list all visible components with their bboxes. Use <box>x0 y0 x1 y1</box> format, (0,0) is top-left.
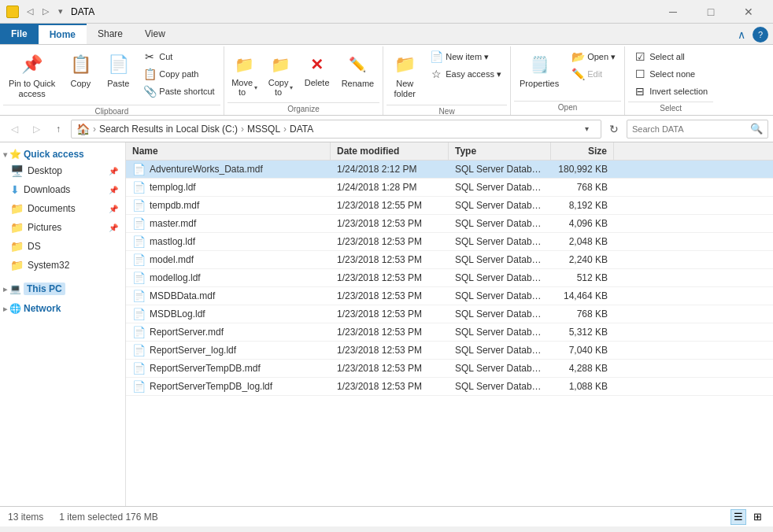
file-icon: 📄 <box>132 181 146 194</box>
col-header-size[interactable]: Size <box>551 142 614 160</box>
refresh-button[interactable]: ↻ <box>605 120 623 139</box>
status-bar: 13 items 1 item selected 176 MB ☰ ⊞ <box>0 506 773 526</box>
address-dropdown-btn[interactable]: ▾ <box>577 120 596 139</box>
nav-back-title[interactable]: ◁ <box>24 5 36 18</box>
file-row[interactable]: 📄 templog.ldf 1/24/2018 1:28 PM SQL Serv… <box>126 179 773 197</box>
file-size: 4,288 KB <box>551 360 614 376</box>
file-date: 1/23/2018 12:53 PM <box>331 379 449 394</box>
desktop-folder-icon: 🖥️ <box>10 164 24 177</box>
copy-path-button[interactable]: 📋 Copy path <box>138 65 220 83</box>
easy-access-button[interactable]: ☆ Easy access ▾ <box>424 65 507 83</box>
file-name: ReportServer.mdf <box>150 327 224 338</box>
tab-home[interactable]: Home <box>39 24 87 44</box>
file-row[interactable]: 📄 ReportServerTempDB.mdf 1/23/2018 12:53… <box>126 360 773 378</box>
properties-button[interactable]: 🗒️ Properties <box>514 48 564 93</box>
path-data[interactable]: DATA <box>290 124 313 135</box>
sidebar-quick-access[interactable]: ▾ ⭐ Quick access <box>0 146 125 161</box>
sidebar-item-downloads[interactable]: ⬇ Downloads 📌 <box>0 180 125 199</box>
forward-button[interactable]: ▷ <box>27 120 46 139</box>
pictures-pin-icon: 📌 <box>109 224 118 232</box>
copy-button-large[interactable]: 📋 Copy <box>62 48 98 93</box>
nav-down-title[interactable]: ▾ <box>55 5 66 18</box>
this-pc-expand-icon: ▸ <box>3 285 7 294</box>
pin-icon: 📌 <box>20 52 45 77</box>
file-size: 768 KB <box>551 306 614 322</box>
up-button[interactable]: ↑ <box>49 120 68 139</box>
file-size: 14,464 KB <box>551 288 614 304</box>
select-none-icon: ☐ <box>634 68 646 80</box>
search-input[interactable] <box>632 124 747 134</box>
back-button[interactable]: ◁ <box>5 120 24 139</box>
ribbon-group-open: 🗒️ Properties 📂 Open ▾ ✏️ Edit Open <box>511 46 625 115</box>
paste-shortcut-button[interactable]: 📎 Paste shortcut <box>138 83 220 100</box>
file-row[interactable]: 📄 MSDBData.mdf 1/23/2018 12:53 PM SQL Se… <box>126 287 773 305</box>
col-header-date[interactable]: Date modified <box>331 142 449 160</box>
open-label: Open <box>514 101 621 113</box>
maximize-button[interactable]: □ <box>693 0 729 24</box>
new-small-btns: 📄 New item ▾ ☆ Easy access ▾ <box>424 48 507 83</box>
search-box: 🔍 <box>627 120 768 139</box>
select-none-button[interactable]: ☐ Select none <box>628 65 713 83</box>
file-row[interactable]: 📄 AdventureWorks_Data.mdf 1/24/2018 2:12… <box>126 161 773 179</box>
ribbon-group-new: 📁 Newfolder 📄 New item ▾ ☆ Easy access ▾… <box>383 46 511 115</box>
help-button[interactable]: ? <box>753 27 768 42</box>
view-large-icons-btn[interactable]: ⊞ <box>749 509 765 525</box>
minimize-button[interactable]: ─ <box>655 0 691 24</box>
file-icon: 📄 <box>132 253 146 266</box>
sidebar-item-pictures[interactable]: 📁 Pictures 📌 <box>0 218 125 237</box>
file-size: 5,312 KB <box>551 324 614 340</box>
cut-button[interactable]: ✂ Cut <box>138 48 220 65</box>
open-button[interactable]: 📂 Open ▾ <box>566 48 621 65</box>
invert-selection-button[interactable]: ⊟ Invert selection <box>628 83 713 100</box>
path-mssql[interactable]: MSSQL <box>247 124 280 135</box>
ribbon-group-select: ☑ Select all ☐ Select none ⊟ Invert sele… <box>625 46 716 115</box>
sidebar-item-ds[interactable]: 📁 DS <box>0 237 125 256</box>
move-to-button[interactable]: 📁 Moveto ▾ <box>227 48 262 101</box>
file-name: model.mdf <box>150 254 194 265</box>
sidebar-item-desktop[interactable]: 🖥️ Desktop 📌 <box>0 161 125 180</box>
rename-button[interactable]: ✏️ Rename <box>336 48 380 93</box>
close-button[interactable]: ✕ <box>730 0 767 24</box>
rename-icon: ✏️ <box>345 52 370 77</box>
new-item-button[interactable]: 📄 New item ▾ <box>424 48 507 65</box>
file-row[interactable]: 📄 ReportServer.mdf 1/23/2018 12:53 PM SQ… <box>126 323 773 342</box>
title-nav: ◁ ▷ ▾ <box>24 5 66 18</box>
tab-share[interactable]: Share <box>87 24 134 44</box>
file-row[interactable]: 📄 ReportServerTempDB_log.ldf 1/23/2018 1… <box>126 378 773 396</box>
sidebar-network[interactable]: ▸ 🌐 Network <box>0 300 125 316</box>
file-row[interactable]: 📄 mastlog.ldf 1/23/2018 12:53 PM SQL Ser… <box>126 233 773 251</box>
pin-to-quick-access-button[interactable]: 📌 Pin to Quickaccess <box>3 48 61 103</box>
status-left: 13 items 1 item selected 176 MB <box>8 512 158 523</box>
sidebar-this-pc[interactable]: ▸ 💻 This PC <box>0 279 125 297</box>
file-size: 180,992 KB <box>551 161 614 177</box>
sidebar-item-system32[interactable]: 📁 System32 <box>0 256 125 275</box>
copy-to-button[interactable]: 📁 Copyto ▾ <box>264 48 298 101</box>
file-row[interactable]: 📄 master.mdf 1/23/2018 12:53 PM SQL Serv… <box>126 215 773 233</box>
tab-file[interactable]: File <box>0 24 39 44</box>
path-search-results[interactable]: Search Results in Local Disk (C:) <box>99 124 238 135</box>
sidebar-item-documents[interactable]: 📁 Documents 📌 <box>0 199 125 218</box>
file-row[interactable]: 📄 modellog.ldf 1/23/2018 12:53 PM SQL Se… <box>126 269 773 287</box>
file-date: 1/23/2018 12:53 PM <box>331 324 449 340</box>
file-icon: 📄 <box>132 344 146 357</box>
nav-forward-title[interactable]: ▷ <box>39 5 52 18</box>
file-row[interactable]: 📄 model.mdf 1/23/2018 12:53 PM SQL Serve… <box>126 251 773 269</box>
ribbon-collapse-btn[interactable]: ∧ <box>734 27 749 42</box>
tab-view[interactable]: View <box>134 24 176 44</box>
file-name: ReportServer_log.ldf <box>150 345 236 356</box>
file-type: SQL Server Databa... <box>449 270 551 286</box>
new-folder-button[interactable]: 📁 Newfolder <box>386 48 423 103</box>
file-row[interactable]: 📄 tempdb.mdf 1/23/2018 12:55 PM SQL Serv… <box>126 197 773 215</box>
file-row[interactable]: 📄 ReportServer_log.ldf 1/23/2018 12:53 P… <box>126 342 773 360</box>
view-details-btn[interactable]: ☰ <box>730 509 746 525</box>
col-header-name[interactable]: Name <box>126 142 331 160</box>
col-header-type[interactable]: Type <box>449 142 551 160</box>
file-date: 1/23/2018 12:53 PM <box>331 360 449 376</box>
select-all-button[interactable]: ☑ Select all <box>628 48 713 65</box>
paste-button-large[interactable]: 📄 Paste <box>100 48 136 93</box>
edit-button[interactable]: ✏️ Edit <box>566 65 621 83</box>
delete-button[interactable]: ✕ Delete <box>300 48 335 91</box>
path-home-icon: 🏠 <box>76 123 90 135</box>
address-path[interactable]: 🏠 › Search Results in Local Disk (C:) › … <box>71 120 601 139</box>
file-row[interactable]: 📄 MSDBLog.ldf 1/23/2018 12:53 PM SQL Ser… <box>126 305 773 323</box>
